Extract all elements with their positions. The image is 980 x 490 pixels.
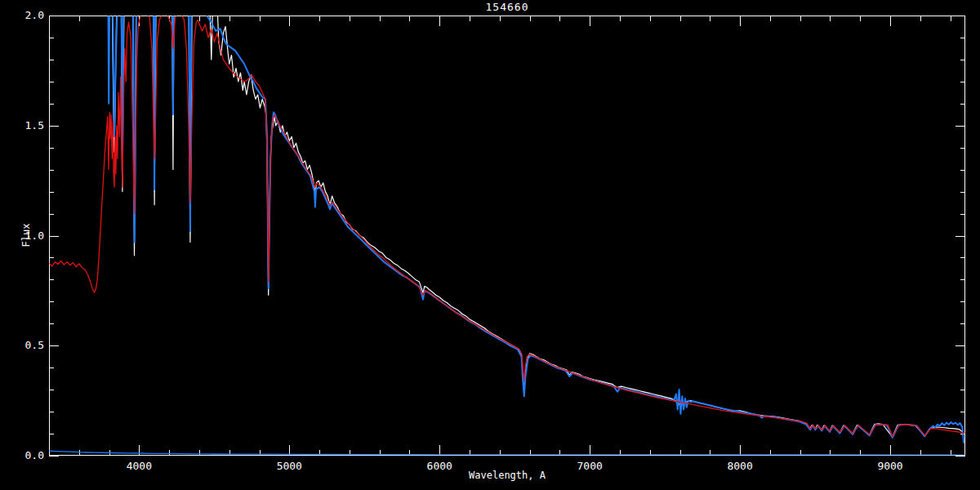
spectrum-plot-canvas: 4000500060007000800090000.00.51.01.52.0 xyxy=(0,0,980,490)
sky-background-spectrum-line xyxy=(49,451,965,455)
y-axis-title: Flux xyxy=(20,198,32,273)
y-tick-label: 1.5 xyxy=(25,119,44,131)
y-tick-label: 0.0 xyxy=(25,449,44,461)
x-axis-title: Wavelength, A xyxy=(49,470,965,481)
y-tick-label: 2.0 xyxy=(25,9,44,21)
y-tick-label: 0.5 xyxy=(25,339,44,351)
observed-spectrum-line xyxy=(109,5,962,438)
axes-box xyxy=(50,16,965,456)
template-spectrum-line xyxy=(49,11,965,437)
spectrum-figure: 154660 4000500060007000800090000.00.51.0… xyxy=(0,0,980,490)
